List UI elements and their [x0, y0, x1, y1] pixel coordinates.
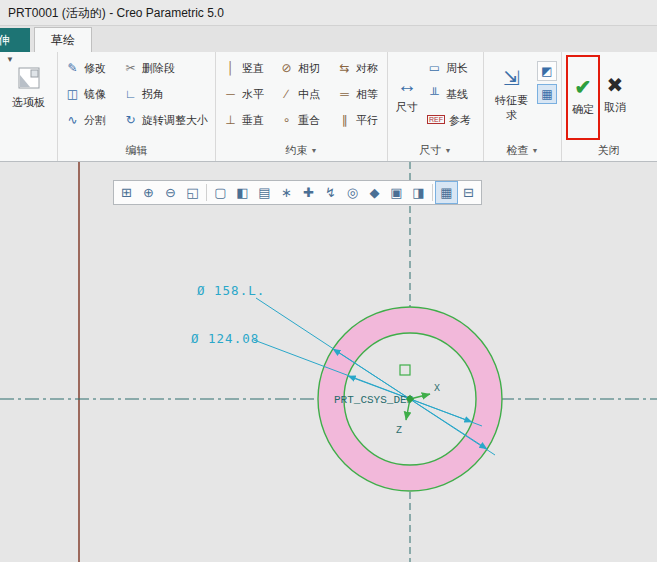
horizontal-constraint-icon: ─: [223, 87, 238, 101]
refit-icon[interactable]: ◱: [182, 182, 203, 203]
rotate-resize-button[interactable]: ↻ 旋转调整大小: [120, 107, 216, 133]
baseline-button[interactable]: ╨ 基线: [424, 81, 474, 107]
constrain-dropdown-icon: ▼: [311, 147, 318, 154]
delete-segment-icon: ✂: [123, 61, 138, 75]
dim-inner-text[interactable]: Ø 124.08: [191, 331, 259, 346]
cancel-x-icon: ✖: [607, 75, 624, 95]
axis-z-label: Z: [396, 425, 402, 436]
midpoint-constraint-button[interactable]: ∕ 中点: [276, 81, 334, 107]
graphics-toolbar: ⊞ ⊕ ⊖ ◱ ▢ ◧ ▤ ∗ ✚ ↯ ◎ ◆ ▣ ◨ ▦ ⊟: [113, 180, 482, 205]
corner-icon: ∟: [123, 87, 138, 101]
group-edit: ✎ 修改 ✂ 删除段 ◫ 镜像 ∟ 拐角 ∿ 分割: [58, 52, 216, 161]
palette-dropdown-icon[interactable]: ▼: [6, 55, 14, 64]
toolbar-separator: [432, 184, 433, 201]
window-title-bar: PRT0001 (活动的) - Creo Parametric 5.0: [0, 0, 657, 26]
delete-segment-button[interactable]: ✂ 删除段: [120, 55, 216, 81]
divide-icon: ∿: [65, 113, 80, 127]
corner-button[interactable]: ∟ 拐角: [120, 81, 216, 107]
group-dimension: ↔ 尺寸 ▭ 周长 ╨ 基线 REF 参考 尺寸 ▼: [388, 52, 484, 161]
group-label-constrain[interactable]: 约束 ▼: [216, 140, 387, 161]
mirror-button[interactable]: ◫ 镜像: [62, 81, 120, 107]
dimension-button[interactable]: ↔ 尺寸: [392, 55, 422, 135]
sketch-display-filter-icon[interactable]: ▦: [436, 182, 457, 203]
rotate-resize-icon: ↻: [123, 113, 138, 127]
display-style-icon[interactable]: ◧: [232, 182, 253, 203]
repaint-icon[interactable]: ▢: [210, 182, 231, 203]
ok-check-icon: ✔: [575, 77, 592, 97]
modify-button[interactable]: ✎ 修改: [62, 55, 120, 81]
cancel-button[interactable]: ✖ 取消: [600, 55, 630, 135]
group-label-palette: [0, 140, 57, 161]
coincident-constraint-button[interactable]: ∘ 重合: [276, 107, 334, 133]
tangent-constraint-icon: ⊘: [279, 61, 294, 75]
sketch-drawing: Ø 158.L. Ø 124.08 PRT_CSYS_DEF X Z: [0, 162, 657, 562]
midpoint-constraint-icon: ∕: [279, 87, 294, 101]
parallel-constraint-button[interactable]: ∥ 平行: [334, 107, 388, 133]
annotation-display-icon[interactable]: ◎: [342, 182, 363, 203]
group-palette: ▼ 选项板: [0, 52, 58, 161]
symmetric-constraint-icon: ⇆: [337, 61, 352, 75]
zoom-out-icon[interactable]: ⊖: [160, 182, 181, 203]
shade-closed-loops-button[interactable]: ◩: [537, 61, 557, 81]
divide-button[interactable]: ∿ 分割: [62, 107, 120, 133]
vertical-constraint-icon: │: [223, 61, 238, 75]
feature-requirements-icon: ⇲: [503, 68, 520, 88]
baseline-icon: ╨: [427, 87, 442, 101]
window-title: PRT0001 (活动的) - Creo Parametric 5.0: [8, 6, 224, 20]
inspect-dropdown-icon: ▼: [532, 147, 539, 154]
group-label-close: 关闭: [562, 140, 655, 161]
tab-extrude[interactable]: 拉伸: [0, 28, 30, 52]
dimension-dropdown-icon: ▼: [445, 147, 452, 154]
group-label-inspect[interactable]: 检查 ▼: [484, 140, 561, 161]
reference-dim-button[interactable]: REF 参考: [424, 107, 474, 133]
sketch-canvas[interactable]: Ø 158.L. Ø 124.08 PRT_CSYS_DEF X Z ⊞ ⊕ ⊖…: [0, 162, 657, 562]
palette-button[interactable]: [17, 66, 41, 93]
saved-orientations-icon[interactable]: ▣: [386, 182, 407, 203]
ribbon-tab-row: 拉伸 草绘: [0, 26, 657, 52]
datum-axis-display-icon[interactable]: ∗: [276, 182, 297, 203]
reference-dim-icon: REF: [427, 115, 445, 124]
zoom-in-icon[interactable]: ⊕: [138, 182, 159, 203]
highlight-open-ends-button[interactable]: ▦: [537, 84, 557, 104]
sketch-ribbon: ▼ 选项板 ✎ 修改 ✂ 删除段: [0, 52, 657, 162]
toolbar-separator: [206, 184, 207, 201]
group-close: ✔ 确定 ✖ 取消 关闭: [562, 52, 655, 161]
tab-sketch[interactable]: 草绘: [34, 27, 92, 52]
symmetric-constraint-button[interactable]: ⇆ 对称: [334, 55, 388, 81]
dim-outer-text[interactable]: Ø 158.L.: [197, 283, 265, 298]
group-label-edit: 编辑: [58, 140, 215, 161]
zoom-window-icon[interactable]: ⊞: [116, 182, 137, 203]
palette-icon: [17, 66, 41, 90]
group-constrain: │ 竖直 ⊘ 相切 ⇆ 对称 ─ 水平 ∕ 中点: [216, 52, 388, 161]
csys-display-icon[interactable]: ↯: [320, 182, 341, 203]
perimeter-icon: ▭: [427, 61, 442, 75]
perpendicular-constraint-button[interactable]: ⊥ 垂直: [220, 107, 276, 133]
coincident-constraint-icon: ∘: [279, 113, 294, 127]
spin-center-icon[interactable]: ◆: [364, 182, 385, 203]
feature-requirements-button[interactable]: ⇲ 特征要求: [488, 55, 535, 135]
group-label-dimension[interactable]: 尺寸 ▼: [388, 140, 483, 161]
dimension-icon: ↔: [397, 75, 417, 95]
modify-icon: ✎: [65, 61, 80, 75]
datum-plane-display-icon[interactable]: ▤: [254, 182, 275, 203]
vertical-constraint-button[interactable]: │ 竖直: [220, 55, 276, 81]
mirror-icon: ◫: [65, 87, 80, 101]
datum-point-display-icon[interactable]: ✚: [298, 182, 319, 203]
tangent-constraint-button[interactable]: ⊘ 相切: [276, 55, 334, 81]
equal-constraint-button[interactable]: ═ 相等: [334, 81, 388, 107]
group-inspect: ⇲ 特征要求 ◩ ▦ 检查 ▼: [484, 52, 562, 161]
ok-button[interactable]: ✔ 确定: [568, 57, 598, 137]
palette-label: 选项板: [12, 95, 45, 110]
equal-constraint-icon: ═: [337, 87, 352, 101]
axis-x-label: X: [434, 383, 440, 394]
highlight-open-ends-icon: ▦: [541, 87, 552, 101]
perimeter-button[interactable]: ▭ 周长: [424, 55, 474, 81]
shade-closed-loops-icon: ◩: [541, 64, 552, 78]
ok-highlight-box: ✔ 确定: [566, 55, 600, 140]
parallel-constraint-icon: ∥: [337, 113, 352, 127]
view-manager-icon[interactable]: ◨: [408, 182, 429, 203]
horizontal-constraint-button[interactable]: ─ 水平: [220, 81, 276, 107]
csys-label[interactable]: PRT_CSYS_DEF: [334, 394, 413, 406]
perpendicular-constraint-icon: ⊥: [223, 113, 238, 127]
sketcher-setup-icon[interactable]: ⊟: [458, 182, 479, 203]
